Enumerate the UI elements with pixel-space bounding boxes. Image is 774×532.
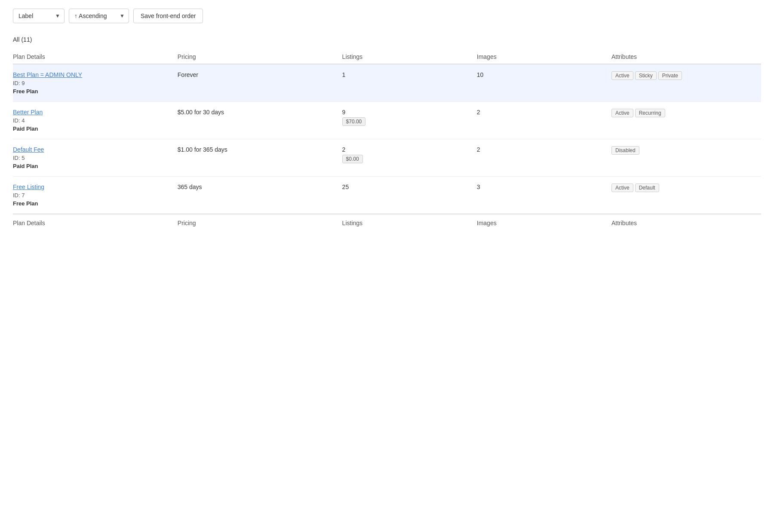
sort-by-select[interactable]: Label ID Name Date — [13, 9, 64, 23]
cell-listings: 2$0.00 — [342, 139, 477, 177]
plan-name-link[interactable]: Free Listing — [13, 183, 172, 190]
listings-fee-badge: $0.00 — [342, 155, 363, 163]
col-header-plan-details: Plan Details — [13, 50, 178, 64]
cell-plan-details: Better PlanID: 4Paid Plan — [13, 102, 178, 139]
listings-count: 25 — [342, 183, 472, 190]
plan-id: ID: 4 — [13, 117, 172, 124]
plan-name-link[interactable]: Default Fee — [13, 146, 172, 153]
all-count: All (11) — [13, 36, 761, 43]
cell-listings: 9$70.00 — [342, 102, 477, 139]
save-order-button[interactable]: Save front-end order — [133, 9, 203, 23]
plan-type: Paid Plan — [13, 163, 172, 169]
cell-images: 2 — [477, 102, 611, 139]
listings-count: 2 — [342, 146, 472, 153]
sort-order-select[interactable]: ↑ Ascending ↓ Descending — [69, 9, 129, 23]
footer-images: Images — [477, 214, 611, 233]
plan-id: ID: 7 — [13, 192, 172, 199]
plan-name-link[interactable]: Best Plan = ADMIN ONLY — [13, 71, 172, 78]
sort-by-wrapper: Label ID Name Date ▼ — [13, 9, 64, 23]
plan-type: Free Plan — [13, 200, 172, 207]
cell-pricing: $5.00 for 30 days — [178, 102, 342, 139]
attribute-badge: Disabled — [611, 146, 639, 155]
toolbar: Label ID Name Date ▼ ↑ Ascending ↓ Desce… — [13, 9, 761, 23]
plan-id: ID: 9 — [13, 80, 172, 86]
cell-listings: 1 — [342, 64, 477, 102]
cell-attributes: Disabled — [611, 139, 761, 177]
table-footer-row: Plan Details Pricing Listings Images Att… — [13, 214, 761, 233]
cell-plan-details: Free ListingID: 7Free Plan — [13, 177, 178, 214]
cell-attributes: ActiveStickyPrivate — [611, 64, 761, 102]
cell-listings: 25 — [342, 177, 477, 214]
table-row: Better PlanID: 4Paid Plan$5.00 for 30 da… — [13, 102, 761, 139]
listings-fee-badge: $70.00 — [342, 117, 366, 126]
attribute-badge: Sticky — [635, 71, 657, 80]
plan-type: Paid Plan — [13, 125, 172, 132]
attribute-badge: Default — [635, 183, 659, 192]
attribute-badge: Active — [611, 183, 633, 192]
listings-count: 1 — [342, 71, 472, 78]
cell-plan-details: Best Plan = ADMIN ONLYID: 9Free Plan — [13, 64, 178, 102]
footer-plan-details: Plan Details — [13, 214, 178, 233]
attribute-badge: Private — [658, 71, 682, 80]
plan-type: Free Plan — [13, 88, 172, 95]
col-header-images: Images — [477, 50, 611, 64]
cell-attributes: ActiveRecurring — [611, 102, 761, 139]
attribute-badge: Active — [611, 109, 633, 117]
table-header-row: Plan Details Pricing Listings Images Att… — [13, 50, 761, 64]
col-header-listings: Listings — [342, 50, 477, 64]
cell-images: 10 — [477, 64, 611, 102]
listings-count: 9 — [342, 109, 472, 116]
sort-order-wrapper: ↑ Ascending ↓ Descending ▼ — [69, 9, 129, 23]
footer-listings: Listings — [342, 214, 477, 233]
attribute-badge: Recurring — [635, 109, 665, 117]
cell-pricing: 365 days — [178, 177, 342, 214]
col-header-attributes: Attributes — [611, 50, 761, 64]
cell-pricing: Forever — [178, 64, 342, 102]
col-header-pricing: Pricing — [178, 50, 342, 64]
footer-pricing: Pricing — [178, 214, 342, 233]
cell-images: 3 — [477, 177, 611, 214]
plan-id: ID: 5 — [13, 155, 172, 161]
cell-images: 2 — [477, 139, 611, 177]
cell-pricing: $1.00 for 365 days — [178, 139, 342, 177]
footer-attributes: Attributes — [611, 214, 761, 233]
attribute-badge: Active — [611, 71, 633, 80]
plan-name-link[interactable]: Better Plan — [13, 109, 172, 116]
cell-attributes: ActiveDefault — [611, 177, 761, 214]
table-row: Best Plan = ADMIN ONLYID: 9Free PlanFore… — [13, 64, 761, 102]
cell-plan-details: Default FeeID: 5Paid Plan — [13, 139, 178, 177]
table-row: Default FeeID: 5Paid Plan$1.00 for 365 d… — [13, 139, 761, 177]
table-row: Free ListingID: 7Free Plan365 days253Act… — [13, 177, 761, 214]
plans-table: Plan Details Pricing Listings Images Att… — [13, 50, 761, 233]
